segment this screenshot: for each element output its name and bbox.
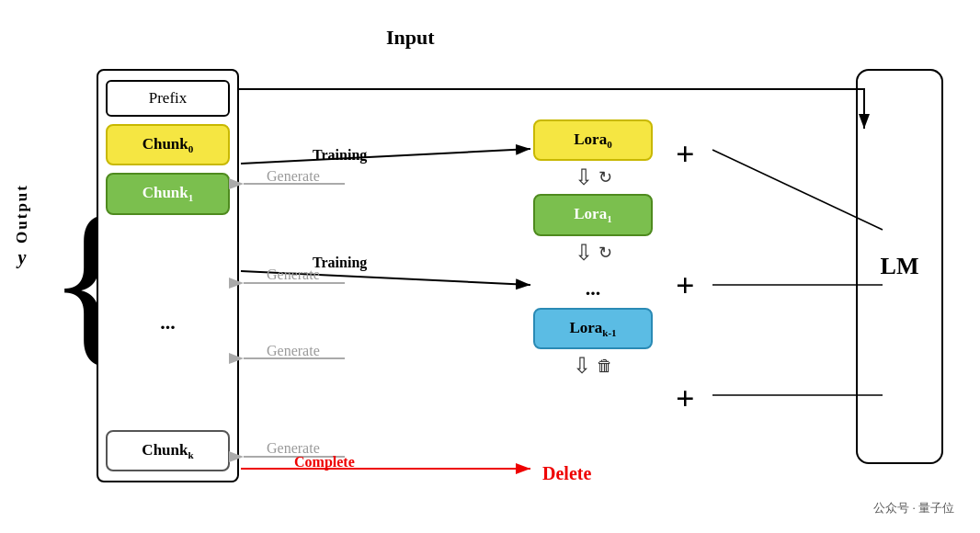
arrow-trash: ⇩ 🗑 — [573, 353, 613, 379]
plus-1: + — [676, 266, 695, 305]
lorak1-box: Lorak-1 — [533, 308, 653, 349]
prefix-box: Prefix — [106, 80, 230, 117]
chunk1-box: Chunk1 — [106, 173, 230, 214]
watermark: 公众号 · 量子位 — [873, 500, 954, 516]
complete-label: Complete — [294, 454, 355, 471]
arrow-hollow-1: ⇩ — [575, 240, 593, 266]
left-column: Prefix Chunk0 Chunk1 ... Chunkk — [97, 69, 239, 482]
lm-box: LM — [856, 69, 943, 464]
arrow-hollow-2: ⇩ — [573, 353, 591, 379]
training2-label: Training — [313, 255, 367, 271]
training1-label: Training — [313, 147, 367, 164]
lora0-box: Lora0 — [533, 119, 653, 161]
plus-0: + — [676, 135, 695, 174]
svg-line-6 — [241, 149, 530, 164]
trash-icon: 🗑 — [597, 357, 613, 376]
generate3-label: Generate — [267, 343, 320, 359]
plus-2: + — [676, 380, 695, 418]
dots-lora: ... — [586, 277, 601, 301]
arrow-hollow-0: ⇩ — [575, 164, 593, 190]
input-label: Input — [386, 26, 435, 50]
lora1-box: Lora1 — [533, 194, 653, 235]
dots-left: ... — [160, 222, 176, 423]
diagram: Input Output y { Prefix Chunk0 Chunk1 ..… — [0, 0, 980, 533]
generate1-label: Generate — [267, 168, 320, 185]
refresh-icon-1: ↻ — [598, 243, 612, 263]
refresh-icon-0: ↻ — [598, 167, 612, 187]
lora-column: Lora0 ⇩ ↻ Lora1 ⇩ ↻ ... Lorak-1 ⇩ 🗑 — [533, 119, 653, 382]
chunk0-box: Chunk0 — [106, 124, 230, 165]
delete-label: Delete — [542, 463, 591, 484]
output-label: Output y — [13, 184, 31, 268]
arrow-refresh-0: ⇩ ↻ — [575, 164, 612, 190]
arrow-refresh-1: ⇩ ↻ — [575, 240, 612, 266]
chunkk-box: Chunkk — [106, 430, 230, 471]
